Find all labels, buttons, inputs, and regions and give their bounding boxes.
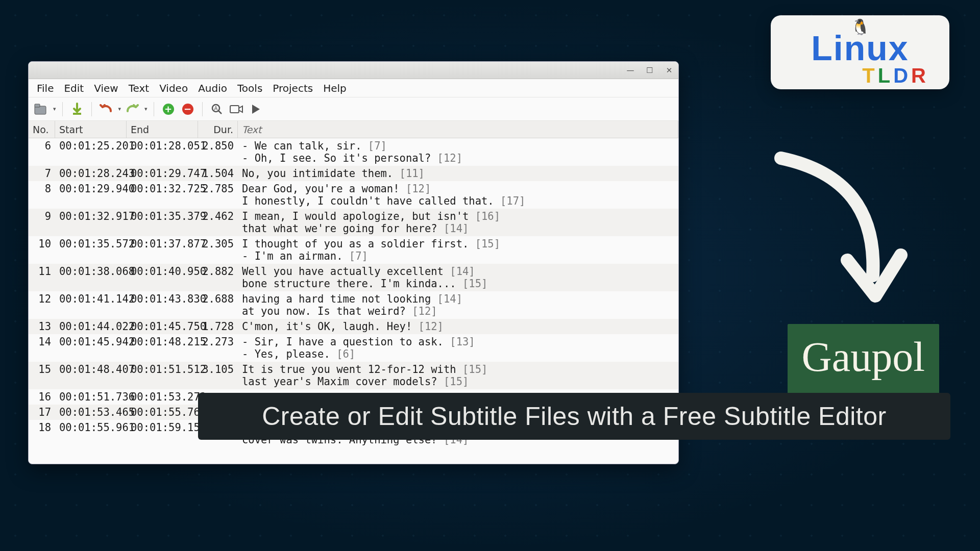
- search-button[interactable]: A: [209, 101, 225, 117]
- cell-start: 00:01:38.068: [55, 265, 127, 278]
- cell-start: 00:01:48.407: [55, 363, 127, 375]
- menu-projects[interactable]: Projects: [267, 79, 318, 97]
- cell-text: I mean, I would apologize, but isn't [16…: [238, 210, 678, 235]
- open-dropdown[interactable]: ▾: [52, 106, 56, 112]
- cell-text: - Sir, I have a question to ask. [13] - …: [238, 336, 678, 360]
- cell-no: 15: [29, 363, 55, 375]
- maximize-button[interactable]: ☐: [645, 65, 655, 76]
- play-button[interactable]: [248, 101, 264, 117]
- header-dur[interactable]: Dur.: [198, 121, 238, 138]
- close-button[interactable]: ✕: [664, 65, 674, 76]
- cell-end: 00:01:28.051: [127, 140, 198, 152]
- cell-end: 00:01:37.877: [127, 238, 198, 250]
- cell-start: 00:01:29.940: [55, 183, 127, 195]
- svg-text:A: A: [214, 106, 217, 111]
- toolbar: ▾ ▾ ▾ + − A: [29, 97, 678, 121]
- cell-text: I thought of you as a soldier first. [15…: [238, 238, 678, 262]
- cell-start: 00:01:44.022: [55, 320, 127, 333]
- cell-text: Dear God, you're a woman! [12] I honestl…: [238, 183, 678, 207]
- cell-text: No, you intimidate them. [11]: [238, 167, 678, 180]
- svg-rect-6: [230, 106, 239, 113]
- save-button[interactable]: [69, 101, 85, 117]
- header-no[interactable]: No.: [29, 121, 55, 138]
- cell-end: 00:01:43.830: [127, 293, 198, 305]
- cell-start: 00:01:32.917: [55, 210, 127, 222]
- cell-start: 00:01:55.961: [55, 421, 127, 434]
- redo-dropdown[interactable]: ▾: [143, 106, 148, 112]
- cell-no: 6: [29, 140, 55, 152]
- cell-dur: 2.273: [198, 336, 238, 348]
- undo-dropdown[interactable]: ▾: [117, 106, 121, 112]
- cell-end: 00:01:48.215: [127, 336, 198, 348]
- table-row[interactable]: 1500:01:48.40700:01:51.5123.105It is tru…: [29, 362, 678, 389]
- cell-dur: 3.105: [198, 363, 238, 375]
- undo-button[interactable]: [98, 101, 114, 117]
- cell-end: 00:01:53.273: [127, 391, 198, 403]
- cell-no: 14: [29, 336, 55, 348]
- cell-start: 00:01:45.942: [55, 336, 127, 348]
- cell-start: 00:01:41.142: [55, 293, 127, 305]
- open-button[interactable]: [33, 101, 49, 117]
- header-start[interactable]: Start: [55, 121, 127, 138]
- cell-text: C'mon, it's OK, laugh. Hey! [12]: [238, 320, 678, 333]
- brand-line2: TLDR: [862, 65, 929, 86]
- cell-no: 7: [29, 167, 55, 180]
- menu-tools[interactable]: Tools: [232, 79, 267, 97]
- table-row[interactable]: 700:01:28.24300:01:29.7471.504No, you in…: [29, 166, 678, 181]
- cell-start: 00:01:51.736: [55, 391, 127, 403]
- cell-no: 12: [29, 293, 55, 305]
- table-row[interactable]: 900:01:32.91700:01:35.3792.462I mean, I …: [29, 209, 678, 236]
- cell-no: 18: [29, 421, 55, 434]
- cell-start: 00:01:53.465: [55, 406, 127, 418]
- table-row[interactable]: 1200:01:41.14200:01:43.8302.688having a …: [29, 291, 678, 319]
- table-row[interactable]: 800:01:29.94000:01:32.7252.785Dear God, …: [29, 181, 678, 209]
- cell-no: 11: [29, 265, 55, 278]
- cell-end: 00:01:51.512: [127, 363, 198, 375]
- cell-end: 00:01:32.725: [127, 183, 198, 195]
- menu-audio[interactable]: Audio: [193, 79, 232, 97]
- cell-no: 17: [29, 406, 55, 418]
- description-banner: Create or Edit Subtitle Files with a Fre…: [198, 393, 950, 440]
- cell-text: - We can talk, sir. [7] - Oh, I see. So …: [238, 140, 678, 164]
- menu-view[interactable]: View: [89, 79, 123, 97]
- cell-dur: 2.305: [198, 238, 238, 250]
- cell-no: 13: [29, 320, 55, 333]
- menu-text[interactable]: Text: [124, 79, 154, 97]
- table-row[interactable]: 1400:01:45.94200:01:48.2152.273- Sir, I …: [29, 334, 678, 362]
- redo-button[interactable]: [124, 101, 140, 117]
- cell-end: 00:01:59.159: [127, 421, 198, 434]
- header-end[interactable]: End: [127, 121, 198, 138]
- cell-no: 8: [29, 183, 55, 195]
- cell-end: 00:01:35.379: [127, 210, 198, 222]
- menu-edit[interactable]: Edit: [59, 79, 89, 97]
- table-row[interactable]: 1100:01:38.06800:01:40.9502.882Well you …: [29, 264, 678, 291]
- app-name-label: Gaupol: [788, 324, 939, 397]
- table-row[interactable]: 600:01:25.20100:01:28.0512.850- We can t…: [29, 138, 678, 166]
- cell-no: 10: [29, 238, 55, 250]
- cell-dur: 1.504: [198, 167, 238, 180]
- svg-rect-1: [35, 104, 40, 107]
- cell-end: 00:01:45.750: [127, 320, 198, 333]
- header-text[interactable]: Text: [238, 121, 678, 138]
- brand-badge: 🐧 Linux TLDR: [771, 15, 949, 89]
- video-button[interactable]: [228, 101, 244, 117]
- column-headers: No. Start End Dur. Text: [29, 121, 678, 138]
- add-row-button[interactable]: +: [160, 101, 177, 117]
- menubar: FileEditViewTextVideoAudioToolsProjectsH…: [29, 79, 678, 97]
- cell-end: 00:01:29.747: [127, 167, 198, 180]
- menu-help[interactable]: Help: [318, 79, 352, 97]
- table-row[interactable]: 1300:01:44.02200:01:45.7501.728C'mon, it…: [29, 319, 678, 334]
- cell-dur: 2.882: [198, 265, 238, 278]
- cell-no: 9: [29, 210, 55, 222]
- menu-file[interactable]: File: [32, 79, 59, 97]
- minimize-button[interactable]: —: [625, 65, 635, 76]
- menu-video[interactable]: Video: [154, 79, 193, 97]
- cell-start: 00:01:25.201: [55, 140, 127, 152]
- cell-text: Well you have actually excellent [14] bo…: [238, 265, 678, 290]
- cell-end: 00:01:55.769: [127, 406, 198, 418]
- cell-text: It is true you went 12-for-12 with [15] …: [238, 363, 678, 388]
- table-row[interactable]: 1000:01:35.57200:01:37.8772.305I thought…: [29, 236, 678, 264]
- cell-dur: 2.688: [198, 293, 238, 305]
- remove-row-button[interactable]: −: [180, 101, 196, 117]
- cell-text: having a hard time not looking [14] at y…: [238, 293, 678, 317]
